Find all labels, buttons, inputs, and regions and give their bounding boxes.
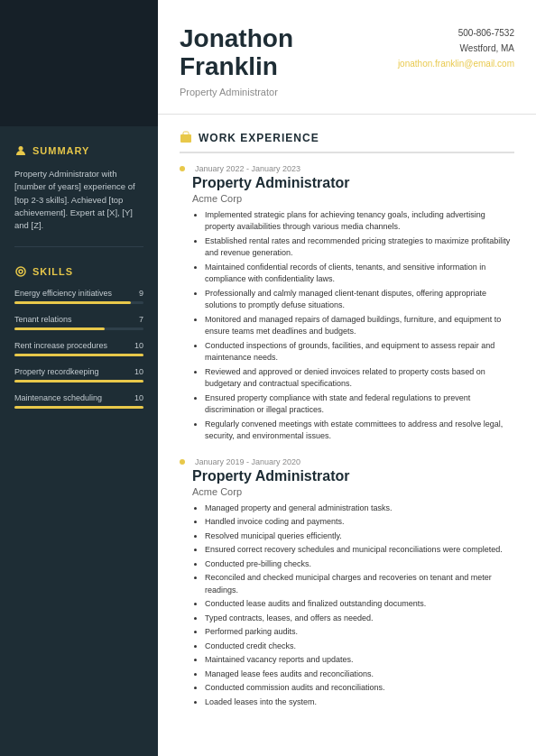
summary-text: Property Administrator with [number of y…	[14, 168, 143, 232]
bullet-item: Conducted commission audits and reconcil…	[205, 682, 514, 695]
skill-score: 10	[134, 367, 143, 376]
bullet-item: Reconciled and checked municipal charges…	[205, 572, 514, 596]
skill-name: Maintenance scheduling	[14, 393, 102, 402]
skill-bar-fill	[14, 380, 143, 383]
candidate-title: Property Administrator	[180, 87, 293, 97]
bullet-item: Professionally and calmly managed client…	[205, 288, 514, 312]
skill-bar-bg	[14, 301, 143, 304]
svg-point-1	[16, 267, 25, 276]
bullet-item: Conducted credit checks.	[205, 641, 514, 653]
skill-item: Rent increase procedures 10	[14, 341, 143, 356]
skill-bar-fill	[14, 354, 143, 356]
jobs-list: January 2022 - January 2023 Property Adm…	[180, 164, 514, 709]
skills-section: SKILLS Energy efficiency initiatives 9 T…	[0, 247, 158, 434]
skill-score: 10	[134, 393, 143, 402]
skill-bar-fill	[14, 301, 131, 304]
skill-item: Property recordkeeping 10	[14, 367, 143, 383]
bullet-item: Conducted pre-billing checks.	[205, 558, 514, 571]
job-date: January 2022 - January 2023	[192, 164, 514, 173]
skill-bar-fill	[14, 406, 143, 409]
skill-score: 10	[134, 341, 143, 350]
job-title: Property Administrator	[192, 175, 514, 191]
skill-bar-bg	[14, 380, 143, 383]
job-date: January 2019 - January 2020	[192, 457, 514, 466]
skill-score: 7	[139, 315, 143, 324]
main-content: Jonathon Franklin Property Administrator…	[158, 0, 536, 756]
skill-bar-bg	[14, 327, 143, 330]
skill-item: Tenant relations 7	[14, 315, 143, 330]
email: jonathon.franklin@email.com	[398, 56, 514, 71]
phone: 500-806-7532	[398, 25, 514, 41]
summary-section: SUMMARY Property Administrator with [num…	[0, 126, 158, 246]
job-title: Property Administrator	[192, 468, 514, 484]
bullet-item: Maintained vacancy reports and updates.	[205, 654, 514, 667]
job-bullets: Managed property and general administrat…	[192, 502, 514, 709]
bullet-item: Implemented strategic plans for achievin…	[205, 209, 514, 234]
candidate-name: Jonathon Franklin	[180, 25, 293, 81]
svg-point-0	[19, 146, 23, 151]
svg-rect-3	[180, 134, 191, 143]
skill-name: Tenant relations	[14, 315, 72, 324]
svg-point-2	[19, 270, 23, 273]
skill-name: Energy efficiency initiatives	[14, 289, 112, 298]
bullet-item: Conducted lease audits and finalized out…	[205, 598, 514, 611]
skill-bar-bg	[14, 406, 143, 409]
skills-icon	[14, 265, 27, 278]
job-bullets: Implemented strategic plans for achievin…	[192, 209, 514, 443]
skill-score: 9	[139, 289, 143, 298]
skills-title: SKILLS	[14, 265, 143, 278]
briefcase-icon	[180, 131, 192, 146]
bullet-item: Resolved municipal queries efficiently.	[205, 530, 514, 543]
job-entry: January 2019 - January 2020 Property Adm…	[180, 457, 514, 709]
sidebar: SUMMARY Property Administrator with [num…	[0, 0, 158, 756]
location: Westford, MA	[398, 41, 514, 56]
bullet-item: Loaded leases into the system.	[205, 696, 514, 709]
header-name-block: Jonathon Franklin Property Administrator	[180, 25, 293, 97]
bullet-item: Conducted inspections of grounds, facili…	[205, 340, 514, 364]
skill-name: Rent increase procedures	[14, 341, 107, 350]
bullet-item: Managed lease fees audits and reconcilia…	[205, 668, 514, 681]
bullet-item: Reviewed and approved or denied invoices…	[205, 366, 514, 391]
job-entry: January 2022 - January 2023 Property Adm…	[180, 164, 514, 443]
bullet-item: Ensured property compliance with state a…	[205, 392, 514, 417]
resume-header: Jonathon Franklin Property Administrator…	[158, 0, 536, 115]
skill-bar-bg	[14, 354, 143, 356]
bullet-item: Typed contracts, leases, and offers as n…	[205, 613, 514, 625]
summary-title: SUMMARY	[14, 144, 143, 157]
person-icon	[14, 144, 27, 157]
bullet-item: Regularly convened meetings with estate …	[205, 419, 514, 443]
bullet-item: Maintained confidential records of clien…	[205, 262, 514, 286]
skill-name: Property recordkeeping	[14, 367, 99, 376]
bullet-item: Established rental rates and recommended…	[205, 235, 514, 260]
bullet-item: Performed parking audits.	[205, 626, 514, 639]
work-experience-section: WORK EXPERIENCE January 2022 - January 2…	[158, 115, 536, 733]
skills-list: Energy efficiency initiatives 9 Tenant r…	[14, 289, 143, 409]
work-experience-title: WORK EXPERIENCE	[180, 131, 514, 153]
bullet-item: Ensured correct recovery schedules and m…	[205, 544, 514, 557]
skill-bar-fill	[14, 327, 105, 330]
bullet-item: Managed property and general administrat…	[205, 502, 514, 515]
job-company: Acme Corp	[192, 486, 514, 497]
skill-item: Energy efficiency initiatives 9	[14, 289, 143, 304]
header-contact: 500-806-7532 Westford, MA jonathon.frank…	[398, 25, 514, 71]
bullet-item: Handled invoice coding and payments.	[205, 516, 514, 529]
job-company: Acme Corp	[192, 193, 514, 204]
bullet-item: Monitored and managed repairs of damaged…	[205, 314, 514, 338]
sidebar-top	[0, 0, 158, 126]
skill-item: Maintenance scheduling 10	[14, 393, 143, 409]
